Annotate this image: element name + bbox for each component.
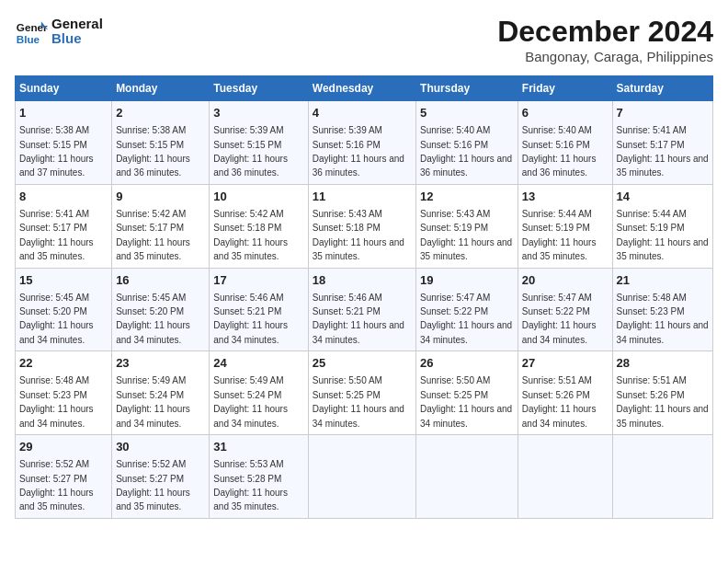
calendar-cell: 15Sunrise: 5:45 AMSunset: 5:20 PMDayligh… xyxy=(16,268,112,351)
calendar-cell: 16Sunrise: 5:45 AMSunset: 5:20 PMDayligh… xyxy=(112,268,210,351)
logo: General Blue General Blue xyxy=(15,15,103,48)
calendar-cell xyxy=(518,435,612,519)
calendar-cell: 3Sunrise: 5:39 AMSunset: 5:15 PMDaylight… xyxy=(210,101,308,185)
calendar-week-2: 8Sunrise: 5:41 AMSunset: 5:17 PMDaylight… xyxy=(16,184,713,268)
col-wednesday: Wednesday xyxy=(308,76,415,101)
col-sunday: Sunday xyxy=(16,76,112,101)
calendar-cell: 1Sunrise: 5:38 AMSunset: 5:15 PMDaylight… xyxy=(16,101,112,185)
logo-line1: General xyxy=(51,17,103,32)
calendar-cell: 13Sunrise: 5:44 AMSunset: 5:19 PMDayligh… xyxy=(518,184,612,268)
calendar-week-5: 29Sunrise: 5:52 AMSunset: 5:27 PMDayligh… xyxy=(16,435,713,519)
col-saturday: Saturday xyxy=(612,76,712,101)
calendar-cell: 27Sunrise: 5:51 AMSunset: 5:26 PMDayligh… xyxy=(518,351,612,435)
calendar-cell: 12Sunrise: 5:43 AMSunset: 5:19 PMDayligh… xyxy=(416,184,518,268)
calendar-cell: 7Sunrise: 5:41 AMSunset: 5:17 PMDaylight… xyxy=(612,101,712,185)
calendar-cell: 8Sunrise: 5:41 AMSunset: 5:17 PMDaylight… xyxy=(16,184,112,268)
main-title: December 2024 xyxy=(497,15,713,49)
calendar-cell: 9Sunrise: 5:42 AMSunset: 5:17 PMDaylight… xyxy=(112,184,210,268)
header: General Blue General Blue December 2024 … xyxy=(15,15,713,64)
col-thursday: Thursday xyxy=(416,76,518,101)
calendar-table: Sunday Monday Tuesday Wednesday Thursday… xyxy=(15,75,713,519)
calendar-week-1: 1Sunrise: 5:38 AMSunset: 5:15 PMDaylight… xyxy=(16,101,713,185)
calendar-cell: 4Sunrise: 5:39 AMSunset: 5:16 PMDaylight… xyxy=(308,101,415,185)
calendar-cell: 5Sunrise: 5:40 AMSunset: 5:16 PMDaylight… xyxy=(416,101,518,185)
calendar-cell xyxy=(308,435,415,519)
logo-line2: Blue xyxy=(51,31,103,47)
calendar-cell: 23Sunrise: 5:49 AMSunset: 5:24 PMDayligh… xyxy=(112,351,210,435)
calendar-cell: 14Sunrise: 5:44 AMSunset: 5:19 PMDayligh… xyxy=(612,184,712,268)
calendar-cell: 29Sunrise: 5:52 AMSunset: 5:27 PMDayligh… xyxy=(16,435,112,519)
subtitle: Bangonay, Caraga, Philippines xyxy=(497,49,713,64)
calendar-week-3: 15Sunrise: 5:45 AMSunset: 5:20 PMDayligh… xyxy=(16,268,713,351)
col-monday: Monday xyxy=(112,76,210,101)
col-tuesday: Tuesday xyxy=(210,76,308,101)
calendar-cell: 22Sunrise: 5:48 AMSunset: 5:23 PMDayligh… xyxy=(16,351,112,435)
title-area: December 2024 Bangonay, Caraga, Philippi… xyxy=(497,15,713,64)
calendar-cell xyxy=(612,435,712,519)
calendar-cell: 19Sunrise: 5:47 AMSunset: 5:22 PMDayligh… xyxy=(416,268,518,351)
calendar-cell: 18Sunrise: 5:46 AMSunset: 5:21 PMDayligh… xyxy=(308,268,415,351)
calendar-cell: 28Sunrise: 5:51 AMSunset: 5:26 PMDayligh… xyxy=(612,351,712,435)
col-friday: Friday xyxy=(518,76,612,101)
logo-icon: General Blue xyxy=(15,15,48,48)
calendar-cell: 26Sunrise: 5:50 AMSunset: 5:25 PMDayligh… xyxy=(416,351,518,435)
calendar-cell: 6Sunrise: 5:40 AMSunset: 5:16 PMDaylight… xyxy=(518,101,612,185)
svg-text:Blue: Blue xyxy=(17,33,40,45)
calendar-cell: 17Sunrise: 5:46 AMSunset: 5:21 PMDayligh… xyxy=(210,268,308,351)
calendar-cell: 10Sunrise: 5:42 AMSunset: 5:18 PMDayligh… xyxy=(210,184,308,268)
calendar-cell: 30Sunrise: 5:52 AMSunset: 5:27 PMDayligh… xyxy=(112,435,210,519)
calendar-cell xyxy=(416,435,518,519)
calendar-week-4: 22Sunrise: 5:48 AMSunset: 5:23 PMDayligh… xyxy=(16,351,713,435)
calendar-cell: 2Sunrise: 5:38 AMSunset: 5:15 PMDaylight… xyxy=(112,101,210,185)
calendar-cell: 31Sunrise: 5:53 AMSunset: 5:28 PMDayligh… xyxy=(210,435,308,519)
calendar-cell: 25Sunrise: 5:50 AMSunset: 5:25 PMDayligh… xyxy=(308,351,415,435)
calendar-cell: 24Sunrise: 5:49 AMSunset: 5:24 PMDayligh… xyxy=(210,351,308,435)
calendar-cell: 11Sunrise: 5:43 AMSunset: 5:18 PMDayligh… xyxy=(308,184,415,268)
calendar-cell: 20Sunrise: 5:47 AMSunset: 5:22 PMDayligh… xyxy=(518,268,612,351)
header-row: Sunday Monday Tuesday Wednesday Thursday… xyxy=(16,76,713,101)
calendar-cell: 21Sunrise: 5:48 AMSunset: 5:23 PMDayligh… xyxy=(612,268,712,351)
